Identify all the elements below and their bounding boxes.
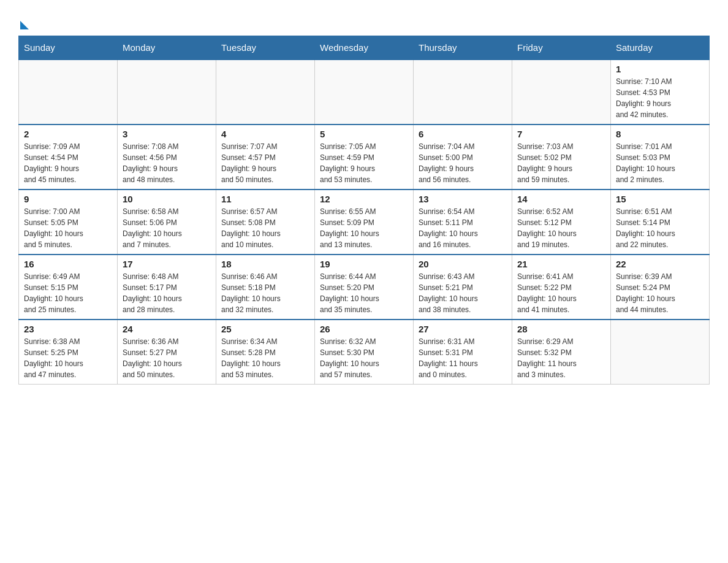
calendar-cell: 19Sunrise: 6:44 AM Sunset: 5:20 PM Dayli…	[315, 255, 414, 320]
calendar-cell	[315, 59, 414, 124]
day-info: Sunrise: 7:10 AM Sunset: 4:53 PM Dayligh…	[616, 76, 704, 120]
day-info: Sunrise: 7:09 AM Sunset: 4:54 PM Dayligh…	[24, 141, 112, 185]
day-number: 26	[320, 324, 408, 334]
day-number: 4	[221, 129, 309, 139]
day-info: Sunrise: 6:52 AM Sunset: 5:12 PM Dayligh…	[517, 206, 605, 250]
calendar-cell: 12Sunrise: 6:55 AM Sunset: 5:09 PM Dayli…	[315, 190, 414, 255]
day-info: Sunrise: 6:39 AM Sunset: 5:24 PM Dayligh…	[616, 271, 704, 315]
weekday-header-friday: Friday	[512, 36, 611, 60]
day-number: 13	[419, 194, 507, 204]
day-number: 7	[517, 129, 605, 139]
day-info: Sunrise: 6:41 AM Sunset: 5:22 PM Dayligh…	[517, 271, 605, 315]
day-info: Sunrise: 6:48 AM Sunset: 5:17 PM Dayligh…	[123, 271, 211, 315]
calendar-week-row: 16Sunrise: 6:49 AM Sunset: 5:15 PM Dayli…	[19, 255, 710, 320]
day-number: 8	[616, 129, 704, 139]
day-number: 17	[123, 259, 211, 269]
day-number: 19	[320, 259, 408, 269]
calendar-cell: 10Sunrise: 6:58 AM Sunset: 5:06 PM Dayli…	[118, 190, 216, 255]
calendar-cell: 15Sunrise: 6:51 AM Sunset: 5:14 PM Dayli…	[611, 190, 710, 255]
calendar-cell: 20Sunrise: 6:43 AM Sunset: 5:21 PM Dayli…	[414, 255, 512, 320]
calendar-week-row: 9Sunrise: 7:00 AM Sunset: 5:05 PM Daylig…	[19, 190, 710, 255]
calendar-cell	[216, 59, 315, 124]
calendar-week-row: 2Sunrise: 7:09 AM Sunset: 4:54 PM Daylig…	[19, 124, 710, 190]
day-number: 12	[320, 194, 408, 204]
calendar-cell: 1Sunrise: 7:10 AM Sunset: 4:53 PM Daylig…	[611, 59, 710, 124]
calendar-week-row: 1Sunrise: 7:10 AM Sunset: 4:53 PM Daylig…	[19, 59, 710, 124]
calendar-cell: 24Sunrise: 6:36 AM Sunset: 5:27 PM Dayli…	[118, 320, 216, 385]
calendar-cell: 27Sunrise: 6:31 AM Sunset: 5:31 PM Dayli…	[414, 320, 512, 385]
calendar-week-row: 23Sunrise: 6:38 AM Sunset: 5:25 PM Dayli…	[19, 320, 710, 385]
calendar-cell: 28Sunrise: 6:29 AM Sunset: 5:32 PM Dayli…	[512, 320, 611, 385]
calendar-cell: 6Sunrise: 7:04 AM Sunset: 5:00 PM Daylig…	[414, 124, 512, 190]
weekday-header-saturday: Saturday	[611, 36, 710, 60]
day-number: 23	[24, 324, 112, 334]
day-number: 15	[616, 194, 704, 204]
calendar-cell	[512, 59, 611, 124]
day-number: 14	[517, 194, 605, 204]
day-number: 22	[616, 259, 704, 269]
day-number: 18	[221, 259, 309, 269]
calendar-cell	[414, 59, 512, 124]
calendar-cell: 16Sunrise: 6:49 AM Sunset: 5:15 PM Dayli…	[19, 255, 118, 320]
logo	[18, 12, 29, 29]
weekday-header-sunday: Sunday	[19, 36, 118, 60]
page-header	[18, 12, 710, 29]
weekday-header-tuesday: Tuesday	[216, 36, 315, 60]
day-info: Sunrise: 6:46 AM Sunset: 5:18 PM Dayligh…	[221, 271, 309, 315]
calendar-cell: 23Sunrise: 6:38 AM Sunset: 5:25 PM Dayli…	[19, 320, 118, 385]
weekday-header-wednesday: Wednesday	[315, 36, 414, 60]
calendar-cell: 11Sunrise: 6:57 AM Sunset: 5:08 PM Dayli…	[216, 190, 315, 255]
day-number: 3	[123, 129, 211, 139]
day-info: Sunrise: 7:04 AM Sunset: 5:00 PM Dayligh…	[419, 141, 507, 185]
calendar-cell: 22Sunrise: 6:39 AM Sunset: 5:24 PM Dayli…	[611, 255, 710, 320]
calendar-cell: 21Sunrise: 6:41 AM Sunset: 5:22 PM Dayli…	[512, 255, 611, 320]
weekday-header-thursday: Thursday	[414, 36, 512, 60]
calendar-cell	[19, 59, 118, 124]
day-info: Sunrise: 6:55 AM Sunset: 5:09 PM Dayligh…	[320, 206, 408, 250]
day-info: Sunrise: 6:43 AM Sunset: 5:21 PM Dayligh…	[419, 271, 507, 315]
day-info: Sunrise: 6:36 AM Sunset: 5:27 PM Dayligh…	[123, 336, 211, 380]
calendar-table: SundayMondayTuesdayWednesdayThursdayFrid…	[18, 36, 710, 385]
day-info: Sunrise: 6:58 AM Sunset: 5:06 PM Dayligh…	[123, 206, 211, 250]
day-info: Sunrise: 7:03 AM Sunset: 5:02 PM Dayligh…	[517, 141, 605, 185]
calendar-cell: 7Sunrise: 7:03 AM Sunset: 5:02 PM Daylig…	[512, 124, 611, 190]
day-info: Sunrise: 6:31 AM Sunset: 5:31 PM Dayligh…	[419, 336, 507, 380]
day-number: 16	[24, 259, 112, 269]
day-info: Sunrise: 6:49 AM Sunset: 5:15 PM Dayligh…	[24, 271, 112, 315]
day-number: 20	[419, 259, 507, 269]
day-number: 28	[517, 324, 605, 334]
day-number: 1	[616, 64, 704, 74]
calendar-cell: 17Sunrise: 6:48 AM Sunset: 5:17 PM Dayli…	[118, 255, 216, 320]
day-info: Sunrise: 7:05 AM Sunset: 4:59 PM Dayligh…	[320, 141, 408, 185]
day-info: Sunrise: 7:07 AM Sunset: 4:57 PM Dayligh…	[221, 141, 309, 185]
calendar-cell: 2Sunrise: 7:09 AM Sunset: 4:54 PM Daylig…	[19, 124, 118, 190]
day-info: Sunrise: 6:44 AM Sunset: 5:20 PM Dayligh…	[320, 271, 408, 315]
day-number: 11	[221, 194, 309, 204]
day-info: Sunrise: 6:34 AM Sunset: 5:28 PM Dayligh…	[221, 336, 309, 380]
calendar-cell: 18Sunrise: 6:46 AM Sunset: 5:18 PM Dayli…	[216, 255, 315, 320]
day-info: Sunrise: 7:00 AM Sunset: 5:05 PM Dayligh…	[24, 206, 112, 250]
day-info: Sunrise: 6:38 AM Sunset: 5:25 PM Dayligh…	[24, 336, 112, 380]
calendar-cell: 26Sunrise: 6:32 AM Sunset: 5:30 PM Dayli…	[315, 320, 414, 385]
day-info: Sunrise: 6:29 AM Sunset: 5:32 PM Dayligh…	[517, 336, 605, 380]
day-info: Sunrise: 6:32 AM Sunset: 5:30 PM Dayligh…	[320, 336, 408, 380]
logo-arrow-icon	[20, 21, 29, 29]
weekday-header-row: SundayMondayTuesdayWednesdayThursdayFrid…	[19, 36, 710, 60]
calendar-cell: 14Sunrise: 6:52 AM Sunset: 5:12 PM Dayli…	[512, 190, 611, 255]
day-number: 10	[123, 194, 211, 204]
calendar-cell	[118, 59, 216, 124]
calendar-cell	[611, 320, 710, 385]
day-number: 25	[221, 324, 309, 334]
day-number: 9	[24, 194, 112, 204]
day-info: Sunrise: 6:51 AM Sunset: 5:14 PM Dayligh…	[616, 206, 704, 250]
calendar-cell: 3Sunrise: 7:08 AM Sunset: 4:56 PM Daylig…	[118, 124, 216, 190]
calendar-cell: 4Sunrise: 7:07 AM Sunset: 4:57 PM Daylig…	[216, 124, 315, 190]
day-number: 27	[419, 324, 507, 334]
calendar-cell: 5Sunrise: 7:05 AM Sunset: 4:59 PM Daylig…	[315, 124, 414, 190]
day-info: Sunrise: 7:01 AM Sunset: 5:03 PM Dayligh…	[616, 141, 704, 185]
calendar-cell: 8Sunrise: 7:01 AM Sunset: 5:03 PM Daylig…	[611, 124, 710, 190]
day-number: 24	[123, 324, 211, 334]
day-info: Sunrise: 6:54 AM Sunset: 5:11 PM Dayligh…	[419, 206, 507, 250]
day-number: 6	[419, 129, 507, 139]
day-info: Sunrise: 6:57 AM Sunset: 5:08 PM Dayligh…	[221, 206, 309, 250]
